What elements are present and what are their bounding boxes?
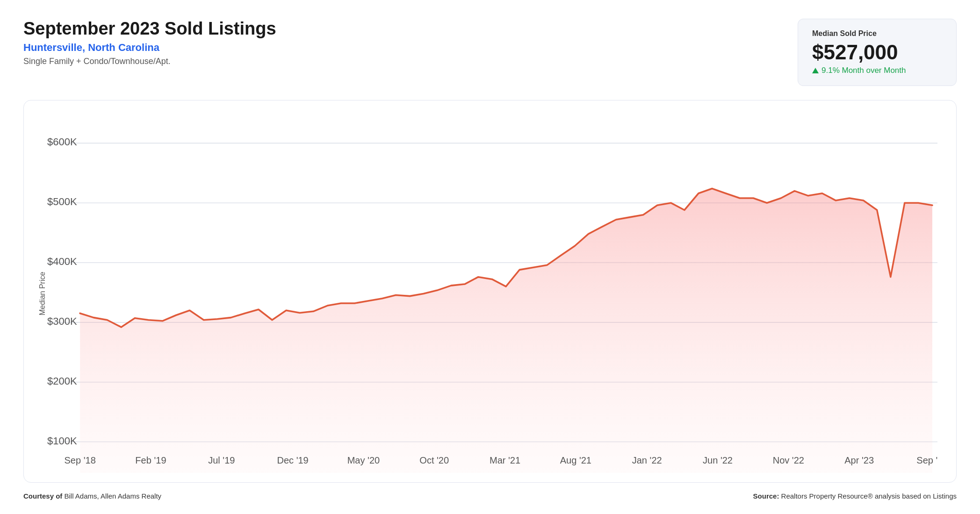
stat-card: Median Sold Price $527,000 9.1% Month ov…: [798, 19, 957, 86]
svg-text:$500K: $500K: [47, 196, 77, 207]
svg-text:$600K: $600K: [47, 136, 77, 148]
chart-inner: $600K $500K $400K $300K $200K $100K: [47, 114, 937, 473]
svg-text:Jul '19: Jul '19: [208, 455, 235, 465]
chart-plot-area: $600K $500K $400K $300K $200K $100K: [47, 114, 937, 473]
chart-area: Median Price: [33, 114, 937, 473]
footer-courtesy: Courtesy of Bill Adams, Allen Adams Real…: [23, 492, 161, 500]
svg-text:$200K: $200K: [47, 375, 77, 387]
svg-text:Nov '22: Nov '22: [773, 455, 804, 465]
header-left: September 2023 Sold Listings Huntersvill…: [23, 19, 276, 66]
page-header: September 2023 Sold Listings Huntersvill…: [23, 19, 957, 86]
stat-card-value: $527,000: [812, 41, 942, 64]
stat-card-change-text: 9.1% Month over Month: [821, 66, 906, 75]
svg-text:Jun '22: Jun '22: [703, 455, 733, 465]
svg-text:$400K: $400K: [47, 256, 77, 267]
main-title: September 2023 Sold Listings: [23, 19, 276, 39]
y-axis-label: Median Price: [33, 114, 47, 473]
stat-card-label: Median Sold Price: [812, 29, 942, 38]
footer-source: Source: Realtors Property Resource® anal…: [753, 492, 957, 500]
svg-text:Dec '19: Dec '19: [277, 455, 308, 465]
up-arrow-icon: [812, 68, 819, 73]
svg-text:$100K: $100K: [47, 435, 77, 446]
stat-card-change: 9.1% Month over Month: [812, 66, 942, 75]
svg-text:Apr '23: Apr '23: [844, 455, 874, 465]
svg-text:$300K: $300K: [47, 315, 77, 327]
svg-text:Oct '20: Oct '20: [419, 455, 449, 465]
location-subtitle: Huntersville, North Carolina: [23, 42, 276, 54]
svg-text:Aug '21: Aug '21: [560, 455, 591, 465]
svg-text:Feb '19: Feb '19: [135, 455, 166, 465]
chart-container: Median Price: [23, 100, 957, 483]
svg-text:May '20: May '20: [347, 455, 380, 465]
page-footer: Courtesy of Bill Adams, Allen Adams Real…: [23, 492, 957, 500]
property-type-subtitle: Single Family + Condo/Townhouse/Apt.: [23, 57, 276, 66]
svg-text:Mar '21: Mar '21: [490, 455, 520, 465]
svg-text:Sep '18: Sep '18: [64, 455, 95, 465]
svg-text:Jan '22: Jan '22: [632, 455, 662, 465]
svg-text:Sep '23: Sep '23: [916, 455, 937, 465]
